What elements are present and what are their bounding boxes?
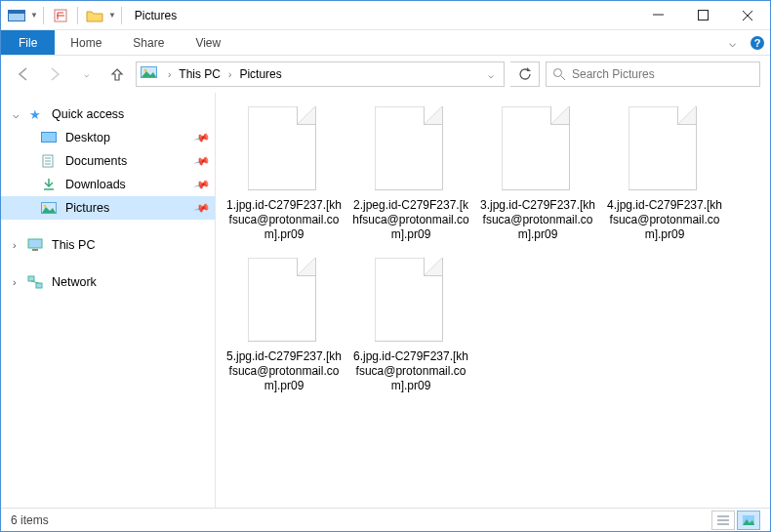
file-grid: 1.jpg.id-C279F237.[khfsuca@protonmail.co… <box>225 106 760 393</box>
statusbar: 6 items <box>1 508 770 531</box>
svg-point-24 <box>44 205 47 208</box>
chevron-right-icon[interactable]: › <box>168 69 171 80</box>
tab-home[interactable]: Home <box>55 30 117 55</box>
sidebar-item-label: Desktop <box>65 131 110 144</box>
svg-rect-25 <box>28 239 42 248</box>
file-name: 3.jpg.id-C279F237.[khfsuca@protonmail.co… <box>479 198 596 242</box>
chevron-down-icon: ⌵ <box>13 108 26 121</box>
pin-icon: 📌 <box>193 129 212 146</box>
tab-view[interactable]: View <box>180 30 236 55</box>
file-name: 6.jpg.id-C279F237.[khfsuca@protonmail.co… <box>352 349 469 393</box>
file-item[interactable]: 2.jpeg.id-C279F237.[khfsuca@protonmail.c… <box>352 106 469 242</box>
help-icon[interactable]: ? <box>745 30 770 55</box>
sidebar-network[interactable]: › Network <box>1 270 215 294</box>
address-bar[interactable]: › This PC › Pictures ⌵ <box>136 61 505 87</box>
computer-icon <box>26 237 44 253</box>
file-item[interactable]: 6.jpg.id-C279F237.[khfsuca@protonmail.co… <box>352 258 469 393</box>
file-name: 1.jpg.id-C279F237.[khfsuca@protonmail.co… <box>225 198 343 242</box>
tab-share[interactable]: Share <box>117 30 180 55</box>
file-name: 2.jpeg.id-C279F237.[khfsuca@protonmail.c… <box>352 198 469 242</box>
svg-rect-27 <box>28 276 34 281</box>
search-input[interactable]: Search Pictures <box>546 61 760 87</box>
breadcrumb-pictures[interactable]: Pictures <box>235 67 285 81</box>
sidebar-item-downloads[interactable]: Downloads 📌 <box>1 173 215 196</box>
sidebar-item-label: Documents <box>65 154 127 168</box>
file-thumb <box>629 106 701 194</box>
close-button[interactable] <box>725 1 770 30</box>
sidebar-label: This PC <box>52 238 95 252</box>
sidebar-label: Network <box>52 275 97 289</box>
file-thumb <box>248 258 320 346</box>
sidebar-item-label: Pictures <box>65 201 109 215</box>
file-tab[interactable]: File <box>1 30 55 55</box>
sidebar-label: Quick access <box>52 107 124 121</box>
pin-icon: 📌 <box>193 152 212 170</box>
item-count: 6 items <box>11 513 49 527</box>
maximize-button[interactable] <box>680 1 725 30</box>
file-pane[interactable]: 1.jpg.id-C279F237.[khfsuca@protonmail.co… <box>216 93 770 509</box>
file-thumb <box>375 106 447 194</box>
sidebar-item-documents[interactable]: Documents 📌 <box>1 149 215 173</box>
window-controls <box>635 1 770 30</box>
downloads-icon <box>40 177 58 192</box>
file-name: 5.jpg.id-C279F237.[khfsuca@protonmail.co… <box>225 349 343 393</box>
forward-button[interactable] <box>42 61 67 87</box>
pin-icon: 📌 <box>193 199 212 217</box>
window-title: Pictures <box>135 9 177 22</box>
svg-rect-16 <box>42 133 56 142</box>
navigation-pane: ⌵ ★ Quick access Desktop 📌 Documents 📌 D… <box>1 93 216 509</box>
file-item[interactable]: 1.jpg.id-C279F237.[khfsuca@protonmail.co… <box>225 106 343 242</box>
file-item[interactable]: 5.jpg.id-C279F237.[khfsuca@protonmail.co… <box>225 258 343 393</box>
details-view-button[interactable] <box>711 511 735 530</box>
app-icon[interactable] <box>5 5 28 26</box>
sidebar-this-pc[interactable]: › This PC <box>1 233 215 257</box>
svg-rect-5 <box>698 11 708 20</box>
chevron-right-icon: › <box>13 239 26 251</box>
svg-rect-26 <box>32 249 38 251</box>
titlebar: ▼ ▼ Pictures <box>1 1 770 30</box>
address-dropdown-icon[interactable]: ⌵ <box>482 69 500 80</box>
breadcrumb-this-pc[interactable]: This PC <box>175 67 224 81</box>
file-name: 4.jpg.id-C279F237.[khfsuca@protonmail.co… <box>606 198 723 242</box>
main-area: ⌵ ★ Quick access Desktop 📌 Documents 📌 D… <box>1 93 770 509</box>
sidebar-quick-access[interactable]: ⌵ ★ Quick access <box>1 102 215 126</box>
ribbon: File Home Share View ⌵ ? <box>1 30 770 56</box>
search-placeholder: Search Pictures <box>572 67 655 81</box>
up-button[interactable] <box>104 61 130 87</box>
file-thumb <box>375 258 447 346</box>
address-row: ⌵ › This PC › Pictures ⌵ Search Pictures <box>1 56 770 93</box>
back-button[interactable] <box>11 61 36 87</box>
pin-icon: 📌 <box>193 176 212 193</box>
star-icon: ★ <box>26 106 44 122</box>
pictures-icon <box>141 65 158 83</box>
network-icon <box>26 274 44 290</box>
documents-icon <box>40 153 58 169</box>
file-item[interactable]: 3.jpg.id-C279F237.[khfsuca@protonmail.co… <box>479 106 596 242</box>
properties-icon[interactable] <box>49 5 72 26</box>
chevron-right-icon: › <box>13 276 26 288</box>
file-thumb <box>248 106 320 194</box>
svg-line-29 <box>31 281 39 283</box>
svg-point-13 <box>554 69 562 77</box>
folder-icon[interactable] <box>83 5 106 26</box>
chevron-right-icon[interactable]: › <box>228 69 231 80</box>
sidebar-item-label: Downloads <box>65 178 126 191</box>
refresh-button[interactable] <box>510 61 540 87</box>
file-thumb <box>502 106 574 194</box>
desktop-icon <box>40 130 58 145</box>
pictures-icon <box>40 200 58 216</box>
ribbon-expand-icon[interactable]: ⌵ <box>719 30 745 56</box>
quick-access-toolbar: ▼ ▼ <box>1 1 125 29</box>
file-item[interactable]: 4.jpg.id-C279F237.[khfsuca@protonmail.co… <box>606 106 723 242</box>
recent-dropdown-icon[interactable]: ⌵ <box>73 61 99 87</box>
sidebar-item-pictures[interactable]: Pictures 📌 <box>1 196 215 220</box>
sidebar-item-desktop[interactable]: Desktop 📌 <box>1 126 215 149</box>
svg-rect-28 <box>36 283 42 288</box>
minimize-button[interactable] <box>635 1 680 30</box>
svg-line-14 <box>561 76 565 80</box>
svg-text:?: ? <box>754 37 761 49</box>
icons-view-button[interactable] <box>737 511 760 530</box>
svg-rect-2 <box>9 11 24 14</box>
search-icon <box>552 67 566 81</box>
